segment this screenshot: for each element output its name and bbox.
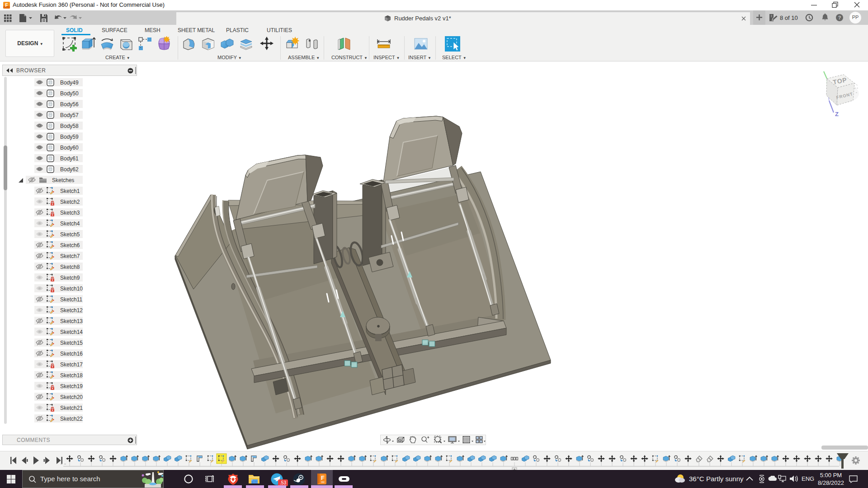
svg-text:F: F	[321, 474, 325, 481]
svg-text:Z: Z	[835, 111, 839, 117]
svg-text:360: 360	[321, 481, 325, 483]
